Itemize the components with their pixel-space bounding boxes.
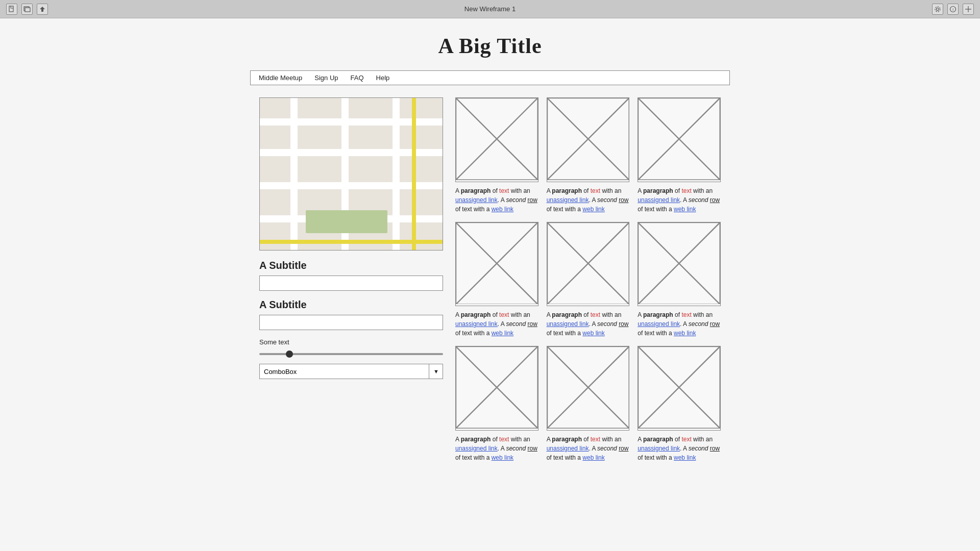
card-text-7: A paragraph of text with an unassigned l…: [455, 435, 538, 462]
wireframe-image-5: [547, 222, 630, 307]
svg-rect-4: [25, 8, 30, 12]
layers-icon[interactable]: [21, 4, 33, 15]
map-placeholder: [259, 97, 443, 251]
top-toolbar: New Wireframe 1 i: [0, 0, 980, 18]
toolbar-left: [6, 4, 48, 15]
wireframe-image-7: [455, 346, 538, 431]
nav-item-help[interactable]: Help: [376, 74, 390, 82]
page-title: A Big Title: [20, 34, 960, 58]
svg-point-6: [937, 8, 939, 10]
card-text-9: A paragraph of text with an unassigned l…: [638, 435, 721, 462]
image-card-9: A paragraph of text with an unassigned l…: [638, 346, 721, 462]
main-content: A Big Title Middle Meetup Sign Up FAQ He…: [0, 18, 980, 551]
arrow-icon[interactable]: [37, 4, 48, 15]
wireframe-image-8: [547, 346, 630, 431]
combobox-select[interactable]: ComboBox Option 1 Option 2: [259, 364, 443, 379]
nav-item-sign-up[interactable]: Sign Up: [314, 74, 338, 82]
image-card-1: A paragraph of text with an unassigned l…: [455, 97, 538, 214]
wireframe-image-3: [638, 97, 721, 182]
wireframe-image-9: [638, 346, 721, 431]
toolbar-right: i: [932, 4, 974, 15]
svg-text:i: i: [952, 7, 953, 12]
svg-rect-0: [9, 6, 13, 12]
content-grid: A Subtitle A Subtitle Some text ComboBox…: [20, 97, 960, 462]
combobox-wrapper: ComboBox Option 1 Option 2 ▼: [259, 364, 443, 379]
input-field-2[interactable]: [259, 315, 443, 330]
image-card-6: A paragraph of text with an unassigned l…: [638, 222, 721, 338]
wireframe-image-1: [455, 97, 538, 182]
wireframe-image-6: [638, 222, 721, 307]
slider-container: Some text: [259, 338, 443, 357]
page-icon[interactable]: [6, 4, 17, 15]
resize-icon[interactable]: [963, 4, 974, 15]
image-card-2: A paragraph of text with an unassigned l…: [547, 97, 630, 214]
svg-point-7: [935, 7, 940, 12]
nav-item-faq[interactable]: FAQ: [351, 74, 364, 82]
image-card-5: A paragraph of text with an unassigned l…: [547, 222, 630, 338]
card-text-1: A paragraph of text with an unassigned l…: [455, 186, 538, 214]
card-text-8: A paragraph of text with an unassigned l…: [547, 435, 630, 462]
card-text-2: A paragraph of text with an unassigned l…: [547, 186, 630, 214]
card-text-3: A paragraph of text with an unassigned l…: [638, 186, 721, 214]
image-card-4: A paragraph of text with an unassigned l…: [455, 222, 538, 338]
card-text-6: A paragraph of text with an unassigned l…: [638, 310, 721, 338]
navigation-bar: Middle Meetup Sign Up FAQ Help: [250, 70, 730, 85]
card-text-5: A paragraph of text with an unassigned l…: [547, 310, 630, 338]
card-text-4: A paragraph of text with an unassigned l…: [455, 310, 538, 338]
image-card-3: A paragraph of text with an unassigned l…: [638, 97, 721, 214]
image-card-7: A paragraph of text with an unassigned l…: [455, 346, 538, 462]
input-field-1[interactable]: [259, 276, 443, 291]
left-column: A Subtitle A Subtitle Some text ComboBox…: [259, 97, 443, 462]
wireframe-image-2: [547, 97, 630, 182]
settings-icon[interactable]: [932, 4, 943, 15]
nav-item-middle-meetup[interactable]: Middle Meetup: [259, 74, 302, 82]
image-card-8: A paragraph of text with an unassigned l…: [547, 346, 630, 462]
wireframe-image-4: [455, 222, 538, 307]
wireframe-title: New Wireframe 1: [464, 5, 516, 13]
info-icon[interactable]: i: [947, 4, 959, 15]
right-column: A paragraph of text with an unassigned l…: [455, 97, 721, 462]
subtitle-1: A Subtitle: [259, 260, 443, 271]
image-grid: A paragraph of text with an unassigned l…: [455, 97, 721, 462]
svg-marker-5: [40, 7, 45, 12]
slider-input[interactable]: [259, 353, 443, 355]
slider-label: Some text: [259, 338, 443, 346]
subtitle-2: A Subtitle: [259, 299, 443, 311]
